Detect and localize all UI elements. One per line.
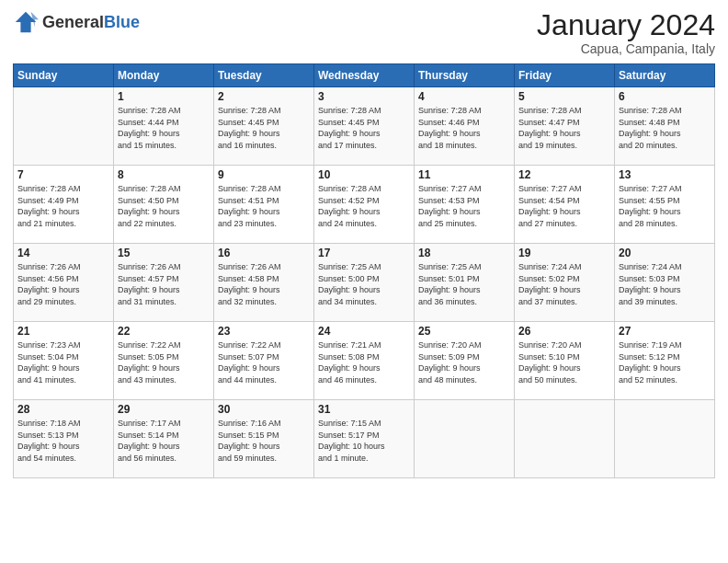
day-number: 18 — [418, 247, 510, 259]
calendar-week-3: 14Sunrise: 7:26 AMSunset: 4:56 PMDayligh… — [14, 244, 715, 322]
calendar-cell: 21Sunrise: 7:23 AMSunset: 5:04 PMDayligh… — [14, 322, 114, 400]
day-number: 14 — [17, 247, 109, 259]
day-info: Sunrise: 7:27 AMSunset: 4:53 PMDaylight:… — [418, 183, 510, 229]
day-info: Sunrise: 7:16 AMSunset: 5:15 PMDaylight:… — [218, 418, 310, 464]
day-number: 30 — [218, 403, 310, 416]
calendar-cell: 31Sunrise: 7:15 AMSunset: 5:17 PMDayligh… — [314, 400, 415, 478]
day-info: Sunrise: 7:28 AMSunset: 4:45 PMDaylight:… — [218, 105, 310, 151]
calendar-cell: 29Sunrise: 7:17 AMSunset: 5:14 PMDayligh… — [114, 400, 214, 478]
calendar-cell: 6Sunrise: 7:28 AMSunset: 4:48 PMDaylight… — [615, 87, 715, 166]
day-number: 22 — [118, 325, 210, 338]
calendar-cell: 23Sunrise: 7:22 AMSunset: 5:07 PMDayligh… — [214, 322, 314, 400]
day-number: 16 — [218, 247, 310, 259]
day-number: 10 — [318, 168, 410, 181]
day-number: 23 — [218, 325, 310, 338]
calendar-cell: 15Sunrise: 7:26 AMSunset: 4:57 PMDayligh… — [114, 244, 214, 322]
logo: GeneralBlue — [13, 9, 140, 35]
day-number: 9 — [218, 168, 310, 181]
day-number: 26 — [518, 325, 610, 338]
day-info: Sunrise: 7:26 AMSunset: 4:56 PMDaylight:… — [17, 261, 109, 307]
day-number: 19 — [518, 247, 610, 259]
day-number: 1 — [118, 90, 210, 103]
logo-blue: Blue — [104, 13, 140, 31]
day-info: Sunrise: 7:28 AMSunset: 4:47 PMDaylight:… — [518, 105, 610, 151]
day-number: 24 — [318, 325, 410, 338]
calendar-cell: 20Sunrise: 7:24 AMSunset: 5:03 PMDayligh… — [615, 244, 715, 322]
day-info: Sunrise: 7:26 AMSunset: 4:58 PMDaylight:… — [218, 261, 310, 307]
day-number: 31 — [318, 403, 410, 416]
calendar-cell: 12Sunrise: 7:27 AMSunset: 4:54 PMDayligh… — [515, 166, 615, 244]
logo-icon — [13, 9, 39, 35]
day-number: 20 — [619, 247, 711, 259]
logo-text: GeneralBlue — [42, 13, 140, 32]
calendar-cell: 25Sunrise: 7:20 AMSunset: 5:09 PMDayligh… — [415, 322, 515, 400]
calendar-cell: 5Sunrise: 7:28 AMSunset: 4:47 PMDaylight… — [515, 87, 615, 166]
calendar-week-4: 21Sunrise: 7:23 AMSunset: 5:04 PMDayligh… — [14, 322, 715, 400]
calendar-cell: 2Sunrise: 7:28 AMSunset: 4:45 PMDaylight… — [214, 87, 314, 166]
day-info: Sunrise: 7:27 AMSunset: 4:55 PMDaylight:… — [619, 183, 711, 229]
month-title: January 2024 — [537, 9, 715, 41]
day-info: Sunrise: 7:28 AMSunset: 4:49 PMDaylight:… — [17, 183, 109, 229]
day-number: 28 — [17, 403, 109, 416]
day-number: 3 — [318, 90, 410, 103]
column-header-thursday: Thursday — [415, 64, 515, 87]
day-info: Sunrise: 7:22 AMSunset: 5:05 PMDaylight:… — [118, 339, 210, 385]
day-number: 13 — [619, 168, 711, 181]
calendar-week-2: 7Sunrise: 7:28 AMSunset: 4:49 PMDaylight… — [14, 166, 715, 244]
column-header-monday: Monday — [114, 64, 214, 87]
day-info: Sunrise: 7:20 AMSunset: 5:10 PMDaylight:… — [518, 339, 610, 385]
day-number: 12 — [518, 168, 610, 181]
day-info: Sunrise: 7:19 AMSunset: 5:12 PMDaylight:… — [619, 339, 711, 385]
day-number: 11 — [418, 168, 510, 181]
day-info: Sunrise: 7:25 AMSunset: 5:01 PMDaylight:… — [418, 261, 510, 307]
column-header-friday: Friday — [515, 64, 615, 87]
day-number: 6 — [619, 90, 711, 103]
day-info: Sunrise: 7:27 AMSunset: 4:54 PMDaylight:… — [518, 183, 610, 229]
column-header-sunday: Sunday — [14, 64, 114, 87]
day-info: Sunrise: 7:28 AMSunset: 4:51 PMDaylight:… — [218, 183, 310, 229]
day-number: 21 — [17, 325, 109, 338]
page-container: GeneralBlue January 2024 Capua, Campania… — [0, 0, 728, 488]
day-info: Sunrise: 7:17 AMSunset: 5:14 PMDaylight:… — [118, 418, 210, 464]
day-info: Sunrise: 7:24 AMSunset: 5:03 PMDaylight:… — [619, 261, 711, 307]
calendar-cell: 14Sunrise: 7:26 AMSunset: 4:56 PMDayligh… — [14, 244, 114, 322]
day-info: Sunrise: 7:28 AMSunset: 4:48 PMDaylight:… — [619, 105, 711, 151]
day-info: Sunrise: 7:18 AMSunset: 5:13 PMDaylight:… — [17, 418, 109, 464]
day-number: 4 — [418, 90, 510, 103]
calendar-cell: 27Sunrise: 7:19 AMSunset: 5:12 PMDayligh… — [615, 322, 715, 400]
day-info: Sunrise: 7:15 AMSunset: 5:17 PMDaylight:… — [318, 418, 410, 464]
column-header-wednesday: Wednesday — [314, 64, 415, 87]
calendar-cell: 24Sunrise: 7:21 AMSunset: 5:08 PMDayligh… — [314, 322, 415, 400]
logo-general: General — [42, 13, 104, 31]
calendar-header-row: SundayMondayTuesdayWednesdayThursdayFrid… — [14, 64, 715, 87]
header: GeneralBlue January 2024 Capua, Campania… — [13, 9, 715, 56]
calendar-cell: 30Sunrise: 7:16 AMSunset: 5:15 PMDayligh… — [214, 400, 314, 478]
calendar-cell: 13Sunrise: 7:27 AMSunset: 4:55 PMDayligh… — [615, 166, 715, 244]
day-info: Sunrise: 7:28 AMSunset: 4:45 PMDaylight:… — [318, 105, 410, 151]
calendar-cell: 1Sunrise: 7:28 AMSunset: 4:44 PMDaylight… — [114, 87, 214, 166]
day-info: Sunrise: 7:25 AMSunset: 5:00 PMDaylight:… — [318, 261, 410, 307]
day-number: 29 — [118, 403, 210, 416]
day-number: 17 — [318, 247, 410, 259]
calendar-table: SundayMondayTuesdayWednesdayThursdayFrid… — [13, 63, 715, 478]
calendar-cell — [415, 400, 515, 478]
day-number: 8 — [118, 168, 210, 181]
day-info: Sunrise: 7:28 AMSunset: 4:44 PMDaylight:… — [118, 105, 210, 151]
column-header-tuesday: Tuesday — [214, 64, 314, 87]
calendar-cell: 17Sunrise: 7:25 AMSunset: 5:00 PMDayligh… — [314, 244, 415, 322]
day-info: Sunrise: 7:21 AMSunset: 5:08 PMDaylight:… — [318, 339, 410, 385]
day-number: 27 — [619, 325, 711, 338]
day-number: 15 — [118, 247, 210, 259]
calendar-cell: 22Sunrise: 7:22 AMSunset: 5:05 PMDayligh… — [114, 322, 214, 400]
calendar-cell: 3Sunrise: 7:28 AMSunset: 4:45 PMDaylight… — [314, 87, 415, 166]
day-info: Sunrise: 7:28 AMSunset: 4:52 PMDaylight:… — [318, 183, 410, 229]
calendar-cell: 11Sunrise: 7:27 AMSunset: 4:53 PMDayligh… — [415, 166, 515, 244]
calendar-cell: 18Sunrise: 7:25 AMSunset: 5:01 PMDayligh… — [415, 244, 515, 322]
day-number: 2 — [218, 90, 310, 103]
calendar-cell: 8Sunrise: 7:28 AMSunset: 4:50 PMDaylight… — [114, 166, 214, 244]
day-number: 5 — [518, 90, 610, 103]
calendar-cell: 28Sunrise: 7:18 AMSunset: 5:13 PMDayligh… — [14, 400, 114, 478]
day-number: 7 — [17, 168, 109, 181]
calendar-cell — [515, 400, 615, 478]
calendar-cell: 4Sunrise: 7:28 AMSunset: 4:46 PMDaylight… — [415, 87, 515, 166]
